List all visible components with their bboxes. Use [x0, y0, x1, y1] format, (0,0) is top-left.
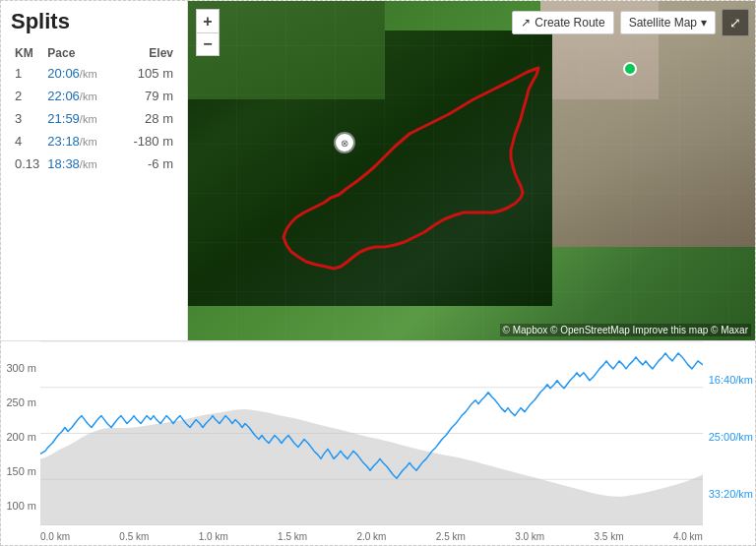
top-section: Splits KM Pace Elev 1 20:06/km 105 m 2 2… — [1, 1, 756, 340]
elev-cell: -6 m — [116, 152, 177, 175]
pace-cell: 22:06/km — [43, 85, 116, 107]
km-cell: 3 — [11, 107, 43, 130]
route-overlay — [188, 1, 756, 340]
elev-cell: -180 m — [116, 130, 177, 152]
splits-row-3: 3 21:59/km 28 m — [11, 107, 177, 130]
map-top-controls: ↗ Create Route Satellite Map ▾ ⤢ — [512, 9, 749, 36]
pace-cell: 18:38/km — [43, 152, 116, 175]
elev-cell: 79 m — [116, 85, 177, 107]
x-label-1-5: 1.5 km — [278, 531, 307, 542]
elev-cell: 28 m — [116, 107, 177, 130]
y-axis-right: 16:40/km 25:00/km 33:20/km — [703, 341, 756, 546]
satellite-map-button[interactable]: Satellite Map ▾ — [620, 11, 716, 34]
x-label-2-5: 2.5 km — [436, 531, 466, 542]
x-label-0-5: 0.5 km — [119, 531, 149, 542]
chart-area — [40, 341, 703, 525]
km-cell: 4 — [11, 130, 43, 152]
y-label-pace-3: 33:20/km — [703, 488, 756, 500]
x-label-3-5: 3.5 km — [595, 531, 624, 542]
km-cell: 1 — [11, 62, 43, 85]
km-cell: 0.13 — [11, 152, 43, 175]
chart-svg — [40, 341, 703, 525]
splits-row-2: 2 22:06/km 79 m — [11, 85, 177, 107]
pace-cell: 23:18/km — [43, 130, 116, 152]
map-zoom-controls: + − — [196, 9, 220, 56]
x-label-4-0: 4.0 km — [673, 531, 703, 542]
chevron-down-icon: ▾ — [701, 16, 707, 30]
y-label-100: 100 m — [1, 500, 40, 512]
map-attribution: © Mapbox © OpenStreetMap Improve this ma… — [500, 324, 751, 336]
y-label-250: 250 m — [1, 396, 40, 408]
x-label-3-0: 3.0 km — [515, 531, 544, 542]
checkpoint-icon: ⊗ — [341, 138, 348, 149]
fullscreen-icon: ⤢ — [729, 15, 741, 30]
splits-title: Splits — [11, 9, 177, 34]
km-cell: 2 — [11, 85, 43, 107]
splits-panel: Splits KM Pace Elev 1 20:06/km 105 m 2 2… — [1, 1, 188, 340]
x-label-1-0: 1.0 km — [199, 531, 228, 542]
x-label-0: 0.0 km — [40, 531, 70, 542]
create-route-label: Create Route — [535, 16, 604, 30]
elevation-chart-section: 300 m 250 m 200 m 150 m 100 m 16:40/km 2… — [1, 340, 756, 546]
x-axis: 0.0 km 0.5 km 1.0 km 1.5 km 2.0 km 2.5 k… — [40, 525, 703, 546]
y-label-200: 200 m — [1, 431, 40, 443]
y-label-pace-2: 25:00/km — [703, 431, 756, 443]
route-icon: ↗ — [521, 16, 531, 30]
pace-cell: 20:06/km — [43, 62, 116, 85]
splits-table: KM Pace Elev 1 20:06/km 105 m 2 22:06/km… — [11, 44, 177, 175]
elev-cell: 105 m — [116, 62, 177, 85]
x-label-2-0: 2.0 km — [356, 531, 386, 542]
fullscreen-button[interactable]: ⤢ — [722, 9, 749, 36]
splits-row-5: 0.13 18:38/km -6 m — [11, 152, 177, 175]
splits-row-4: 4 23:18/km -180 m — [11, 130, 177, 152]
create-route-button[interactable]: ↗ Create Route — [512, 11, 613, 34]
col-header-elev: Elev — [116, 44, 177, 62]
map-panel: + − ↗ Create Route Satellite Map ▾ ⤢ — [188, 1, 756, 340]
col-header-km: KM — [11, 44, 43, 62]
satellite-label: Satellite Map — [629, 16, 697, 30]
zoom-out-button[interactable]: − — [196, 32, 220, 56]
y-label-300: 300 m — [1, 362, 40, 374]
pace-cell: 21:59/km — [43, 107, 116, 130]
start-marker — [623, 62, 637, 76]
y-axis-left: 300 m 250 m 200 m 150 m 100 m — [1, 341, 40, 546]
zoom-in-button[interactable]: + — [196, 9, 220, 32]
checkpoint-marker: ⊗ — [334, 132, 355, 153]
col-header-pace: Pace — [43, 44, 116, 62]
y-label-pace-1: 16:40/km — [703, 374, 756, 386]
y-label-150: 150 m — [1, 465, 40, 477]
splits-row-1: 1 20:06/km 105 m — [11, 62, 177, 85]
